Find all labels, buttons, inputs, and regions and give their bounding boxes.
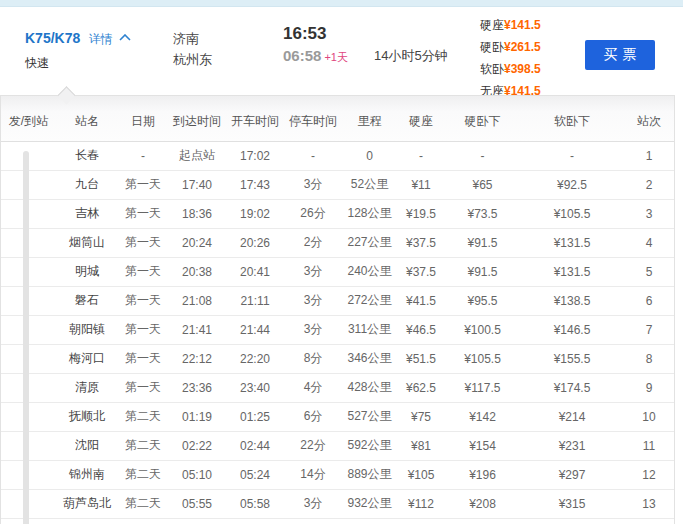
column-header: 开车时间 — [226, 96, 284, 141]
station-row: 吉林 第一天 18:36 19:02 26分 128公里 ¥19.5 ¥73.5… — [1, 199, 674, 228]
timetable-header-row: 发/到站站名日期到达时间开车时间停车时间里程硬座硬卧下软卧下站次 — [1, 96, 674, 141]
cell-stop-duration: 26分 — [284, 199, 342, 228]
cell-stop-duration: 6分 — [284, 402, 342, 431]
arrive-time: 06:58 — [283, 47, 321, 64]
seat-price: ¥261.5 — [504, 40, 541, 54]
cell-station-name: 吉林 — [56, 199, 118, 228]
cell-arrive-time: 21:08 — [168, 286, 226, 315]
cell-distance: 0 — [342, 141, 397, 170]
cell-distance: 272公里 — [342, 286, 397, 315]
timetable-body: 长春 - 起点站 17:02 - 0 - - - 1 九台 第一天 17:40 — [1, 141, 674, 518]
cell-soft-sleeper-price: ¥297 — [520, 460, 624, 489]
train-info: K75/K78 详情 快速 — [25, 27, 131, 72]
cell-depart-time: 23:40 — [226, 373, 284, 402]
cell-stop-duration: 3分 — [284, 257, 342, 286]
cell-day: 第一天 — [118, 373, 168, 402]
cell-station-name: 烟筒山 — [56, 228, 118, 257]
cell-arrive-time: 21:41 — [168, 315, 226, 344]
cell-distance: 128公里 — [342, 199, 397, 228]
seat-class-label: 硬卧 — [480, 40, 504, 54]
cell-depart-time: 22:20 — [226, 344, 284, 373]
cell-stop-number: 8 — [624, 344, 674, 373]
cell-arrive-time: 23:36 — [168, 373, 226, 402]
price-line: 硬卧¥261.5 — [480, 36, 541, 58]
column-header: 到达时间 — [168, 96, 226, 141]
cell-depart-time: 17:43 — [226, 170, 284, 199]
cell-soft-sleeper-price: ¥138.5 — [520, 286, 624, 315]
train-summary-row: K75/K78 详情 快速 济南 杭州东 16:53 06:58+1天 14小时… — [0, 7, 683, 95]
column-header: 里程 — [342, 96, 397, 141]
cell-station-name: 葫芦岛北 — [56, 489, 118, 518]
cell-depart-time: 05:58 — [226, 489, 284, 518]
seat-class-label: 软卧 — [480, 62, 504, 76]
route-timeline-bar — [23, 151, 29, 524]
cell-stop-duration: 14分 — [284, 460, 342, 489]
cell-distance: 52公里 — [342, 170, 397, 199]
cell-distance: 527公里 — [342, 402, 397, 431]
cell-arrive-time: 22:12 — [168, 344, 226, 373]
cell-day: 第一天 — [118, 199, 168, 228]
station-pair: 济南 杭州东 — [173, 28, 212, 70]
cell-hard-seat-price: ¥37.5 — [397, 257, 445, 286]
column-header: 硬座 — [397, 96, 445, 141]
cell-hard-seat-price: - — [397, 141, 445, 170]
cell-hard-sleeper-price: ¥154 — [445, 431, 520, 460]
detail-toggle-label[interactable]: 详情 — [89, 32, 113, 46]
station-row: 梅河口 第一天 22:12 22:20 8分 346公里 ¥51.5 ¥105.… — [1, 344, 674, 373]
to-station: 杭州东 — [173, 49, 212, 70]
station-row: 朝阳镇 第一天 21:41 21:44 3分 311公里 ¥46.5 ¥100.… — [1, 315, 674, 344]
station-row: 沈阳 第二天 02:22 02:44 22分 592公里 ¥81 ¥154 ¥2… — [1, 431, 674, 460]
seat-class-label: 硬座 — [480, 18, 504, 32]
from-station: 济南 — [173, 28, 212, 49]
cell-hard-sleeper-price: ¥73.5 — [445, 199, 520, 228]
cell-day: - — [118, 141, 168, 170]
depart-time: 16:53 — [283, 24, 348, 44]
cell-depart-time: 21:11 — [226, 286, 284, 315]
cell-distance: 227公里 — [342, 228, 397, 257]
cell-day: 第一天 — [118, 257, 168, 286]
cell-distance: 592公里 — [342, 431, 397, 460]
timetable-panel: 发/到站站名日期到达时间开车时间停车时间里程硬座硬卧下软卧下站次 长春 - 起点… — [0, 95, 675, 524]
station-row: 抚顺北 第二天 01:19 01:25 6分 527公里 ¥75 ¥142 ¥2… — [1, 402, 674, 431]
price-line: 软卧¥398.5 — [480, 58, 541, 80]
cell-station-name: 沈阳 — [56, 431, 118, 460]
chevron-up-icon[interactable] — [119, 27, 131, 45]
cell-soft-sleeper-price: - — [520, 141, 624, 170]
cell-soft-sleeper-price: ¥155.5 — [520, 344, 624, 373]
cell-stop-number: 6 — [624, 286, 674, 315]
cell-stop-duration: 3分 — [284, 170, 342, 199]
cell-distance: 311公里 — [342, 315, 397, 344]
cell-soft-sleeper-price: ¥315 — [520, 489, 624, 518]
cell-station-name: 清原 — [56, 373, 118, 402]
column-header: 停车时间 — [284, 96, 342, 141]
cell-arrive-time: 17:40 — [168, 170, 226, 199]
cell-arrive-time: 20:24 — [168, 228, 226, 257]
time-pair: 16:53 06:58+1天 — [283, 24, 348, 65]
cell-hard-sleeper-price: ¥100.5 — [445, 315, 520, 344]
cell-day: 第一天 — [118, 170, 168, 199]
cell-hard-seat-price: ¥19.5 — [397, 199, 445, 228]
cell-stop-number: 4 — [624, 228, 674, 257]
cell-day: 第一天 — [118, 228, 168, 257]
buy-ticket-button[interactable]: 买票 — [585, 40, 655, 70]
cell-day: 第二天 — [118, 402, 168, 431]
cell-stop-number: 7 — [624, 315, 674, 344]
cell-distance: 889公里 — [342, 460, 397, 489]
train-number[interactable]: K75/K78 — [25, 30, 80, 46]
column-header: 软卧下 — [520, 96, 624, 141]
cell-hard-sleeper-price: ¥196 — [445, 460, 520, 489]
cell-hard-seat-price: ¥81 — [397, 431, 445, 460]
cell-station-name: 九台 — [56, 170, 118, 199]
trip-duration: 14小时5分钟 — [374, 47, 448, 65]
cell-hard-sleeper-price: ¥142 — [445, 402, 520, 431]
station-row: 明城 第一天 20:38 20:41 3分 240公里 ¥37.5 ¥91.5 … — [1, 257, 674, 286]
cell-arrive-time: 05:55 — [168, 489, 226, 518]
cell-hard-seat-price: ¥37.5 — [397, 228, 445, 257]
cell-hard-seat-price: ¥46.5 — [397, 315, 445, 344]
cell-soft-sleeper-price: ¥131.5 — [520, 228, 624, 257]
train-detail-toggle[interactable]: K75/K78 详情 — [25, 29, 131, 46]
cell-hard-sleeper-price: - — [445, 141, 520, 170]
cell-stop-number: 13 — [624, 489, 674, 518]
cell-hard-sleeper-price: ¥117.5 — [445, 373, 520, 402]
cell-arrive-time: 02:22 — [168, 431, 226, 460]
